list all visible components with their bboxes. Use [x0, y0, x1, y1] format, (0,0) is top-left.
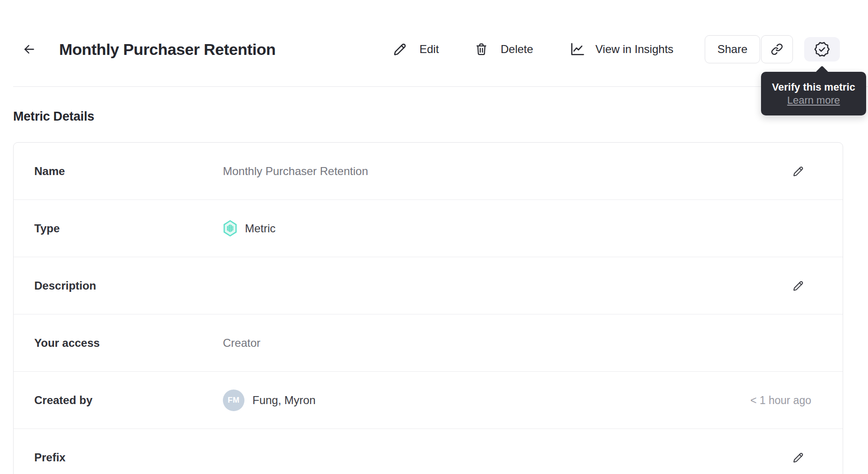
header-divider: [13, 86, 868, 87]
metric-details-page: Monthly Purchaser Retention Edit Delete: [0, 0, 868, 474]
edit-button-label: Edit: [419, 43, 439, 56]
row-description: Description: [14, 257, 843, 314]
pencil-icon: [792, 451, 805, 464]
row-name: Name Monthly Purchaser Retention: [14, 143, 843, 200]
view-in-insights-label: View in Insights: [595, 43, 673, 56]
edit-prefix-button[interactable]: [792, 451, 805, 464]
back-button[interactable]: [19, 39, 39, 60]
row-created-by-label: Created by: [14, 394, 223, 407]
row-prefix: Prefix: [14, 429, 843, 474]
trash-icon: [474, 41, 489, 57]
pencil-icon: [792, 165, 805, 178]
verify-metric-tooltip: Verify this metric Learn more: [761, 72, 866, 115]
copy-link-button[interactable]: [761, 35, 793, 63]
created-timestamp: < 1 hour ago: [750, 394, 811, 406]
row-your-access: Your access Creator: [14, 314, 843, 372]
row-created-by-value: Fung, Myron: [252, 394, 316, 407]
section-title: Metric Details: [13, 109, 94, 124]
metric-hexagon-icon: [223, 220, 237, 237]
view-in-insights-button[interactable]: View in Insights: [568, 35, 673, 63]
row-prefix-label: Prefix: [14, 451, 223, 464]
learn-more-link[interactable]: Learn more: [787, 94, 840, 107]
delete-button-label: Delete: [501, 43, 533, 56]
row-type-value: Metric: [245, 222, 275, 235]
avatar: FM: [223, 390, 244, 411]
verified-seal-icon: [814, 41, 830, 58]
metric-details-card: Name Monthly Purchaser Retention Type Me…: [13, 142, 843, 474]
row-name-value: Monthly Purchaser Retention: [223, 165, 368, 178]
row-created-by: Created by FM Fung, Myron < 1 hour ago: [14, 372, 843, 429]
row-your-access-label: Your access: [14, 336, 223, 350]
verify-metric-button[interactable]: [804, 37, 840, 61]
arrow-left-icon: [22, 42, 37, 57]
edit-name-button[interactable]: [792, 165, 805, 178]
delete-button[interactable]: Delete: [474, 35, 533, 63]
edit-description-button[interactable]: [792, 279, 805, 292]
row-your-access-value: Creator: [223, 336, 260, 350]
share-button[interactable]: Share: [705, 35, 760, 63]
row-name-label: Name: [14, 165, 223, 178]
line-chart-icon: [568, 41, 586, 58]
link-icon: [769, 42, 784, 57]
pencil-icon: [792, 279, 805, 292]
row-type: Type Metric: [14, 200, 843, 257]
page-title: Monthly Purchaser Retention: [59, 39, 275, 59]
tooltip-title: Verify this metric: [772, 81, 855, 94]
row-type-label: Type: [14, 222, 223, 235]
row-description-label: Description: [14, 279, 223, 292]
pencil-icon: [392, 41, 408, 57]
edit-button[interactable]: Edit: [392, 35, 439, 63]
